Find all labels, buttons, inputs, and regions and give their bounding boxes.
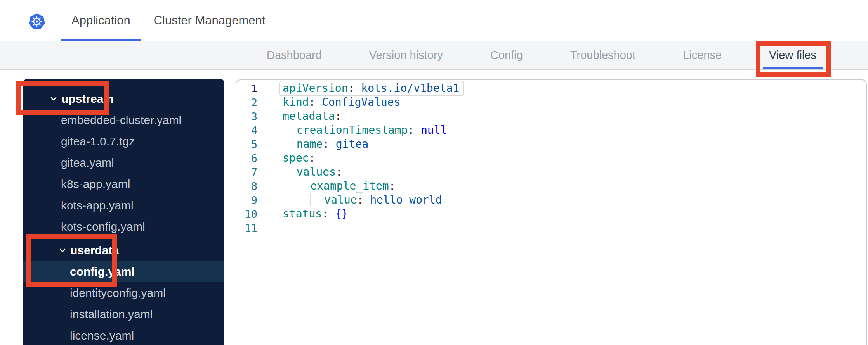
line-number: 9: [236, 194, 257, 206]
code-viewer[interactable]: 1apiVersion: kots.io/v1beta12kind: Confi…: [236, 79, 867, 345]
header-tab-application[interactable]: Application: [61, 0, 141, 41]
indent-guide: [283, 193, 297, 206]
indent-guide: [283, 137, 297, 150]
nav-tab-dashboard[interactable]: Dashboard: [267, 41, 322, 69]
tree-item-label: kots-config.yaml: [61, 220, 145, 233]
tree-file-gitea-1-0-7-tgz[interactable]: gitea-1.0.7.tgz: [23, 131, 224, 152]
tree-item-label: config.yaml: [70, 265, 135, 278]
tree-folder-userdata[interactable]: userdata: [23, 240, 224, 261]
tree-item-label: installation.yaml: [70, 308, 153, 321]
app-nav-bar: DashboardVersion historyConfigTroublesho…: [0, 41, 868, 70]
code-content: example_item:: [283, 179, 396, 193]
code-line-2: 2kind: ConfigValues: [236, 95, 866, 109]
tree-file-installation-yaml[interactable]: installation.yaml: [23, 304, 224, 325]
code-line-1: 1apiVersion: kots.io/v1beta1: [236, 81, 866, 95]
code-content: creationTimestamp: null: [283, 123, 447, 137]
line-number: 1: [236, 83, 257, 95]
line-number: 6: [236, 152, 257, 164]
line-number: 10: [236, 208, 257, 220]
tree-item-label: userdata: [70, 244, 119, 257]
code-lines: 1apiVersion: kots.io/v1beta12kind: Confi…: [236, 81, 866, 235]
line-number: 5: [236, 138, 257, 150]
line-number: 4: [236, 124, 257, 136]
code-line-8: 8example_item:: [236, 179, 866, 193]
header-tab-cluster-management[interactable]: Cluster Management: [144, 0, 276, 41]
chevron-down-icon: [50, 97, 57, 101]
indent-guide: [283, 179, 297, 192]
tree-file-embedded-cluster-yaml[interactable]: embedded-cluster.yaml: [23, 109, 224, 131]
tree-file-config-yaml[interactable]: config.yaml: [23, 261, 224, 282]
code-content: values:: [283, 165, 342, 179]
tree-item-label: k8s-app.yaml: [61, 178, 130, 191]
indent-guide: [283, 165, 297, 178]
code-line-11: 11: [236, 221, 866, 235]
line-number: 11: [236, 222, 257, 234]
tree-file-identityconfig-yaml[interactable]: identityconfig.yaml: [23, 282, 224, 304]
tree-item-label: license.yaml: [70, 329, 134, 342]
line-number: 3: [236, 110, 257, 122]
tree-file-license-yaml[interactable]: license.yaml: [23, 325, 224, 345]
tree-item-label: gitea-1.0.7.tgz: [61, 135, 135, 148]
tree-item-label: kots-app.yaml: [61, 199, 134, 212]
code-content: status: {}: [283, 207, 348, 221]
nav-tab-troubleshoot[interactable]: Troubleshoot: [570, 41, 635, 69]
tree-folder-upstream[interactable]: upstream: [23, 88, 224, 109]
chevron-down-icon: [59, 248, 66, 252]
code-line-6: 6spec:: [236, 151, 866, 165]
tree-item-label: upstream: [61, 92, 114, 105]
line-number: 2: [236, 97, 257, 109]
indent-guide: [310, 193, 324, 206]
code-line-10: 10status: {}: [236, 207, 866, 221]
tree-file-kots-config-yaml[interactable]: kots-config.yaml: [23, 216, 224, 237]
header-tab-bar: ApplicationCluster Management: [61, 0, 275, 41]
file-tree: upstreamembedded-cluster.yamlgitea-1.0.7…: [23, 79, 224, 345]
tree-file-kots-app-yaml[interactable]: kots-app.yaml: [23, 195, 224, 216]
indent-guide: [297, 179, 311, 192]
code-content: value: hello world: [283, 193, 442, 207]
tree-item-label: identityconfig.yaml: [70, 286, 166, 300]
nav-tab-view-files[interactable]: View files: [769, 41, 816, 69]
line-number: 7: [236, 166, 257, 178]
app-header: ApplicationCluster Management: [0, 0, 868, 41]
kubernetes-logo-icon: [28, 13, 46, 31]
tree-item-label: gitea.yaml: [61, 156, 114, 169]
line-number: 8: [236, 180, 257, 192]
nav-tab-version-history[interactable]: Version history: [369, 41, 443, 69]
tree-item-label: embedded-cluster.yaml: [61, 114, 181, 127]
code-line-4: 4creationTimestamp: null: [236, 123, 866, 137]
code-line-5: 5name: gitea: [236, 137, 866, 151]
code-content: metadata:: [283, 109, 342, 123]
code-content: apiVersion: kots.io/v1beta1: [280, 81, 463, 95]
code-content: spec:: [283, 151, 315, 165]
indent-guide: [297, 193, 311, 206]
tree-file-k8s-app-yaml[interactable]: k8s-app.yaml: [23, 173, 224, 195]
code-content: kind: ConfigValues: [283, 95, 400, 109]
code-line-3: 3metadata:: [236, 109, 866, 123]
nav-tab-config[interactable]: Config: [490, 41, 523, 69]
indent-guide: [283, 123, 297, 136]
code-line-9: 9value: hello world: [236, 193, 866, 207]
tree-file-gitea-yaml[interactable]: gitea.yaml: [23, 152, 224, 173]
nav-tab-license[interactable]: License: [683, 41, 722, 69]
code-content: name: gitea: [283, 137, 368, 151]
code-line-7: 7values:: [236, 165, 866, 179]
